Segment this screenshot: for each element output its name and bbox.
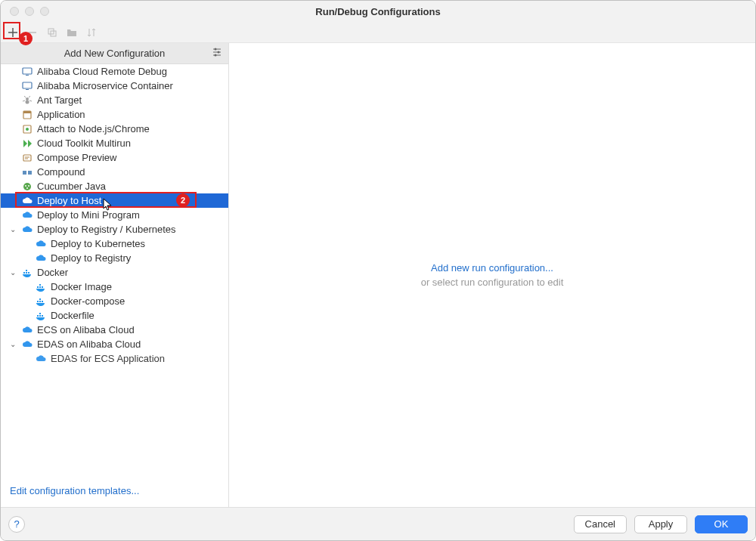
screen-icon xyxy=(22,81,33,91)
cancel-button[interactable]: Cancel xyxy=(574,515,627,533)
config-item-deploy-to-registry-kubernetes[interactable]: ⌄Deploy to Registry / Kubernetes xyxy=(1,222,228,236)
svg-rect-12 xyxy=(23,111,31,113)
config-item-docker-image[interactable]: Docker Image xyxy=(1,280,228,294)
settings-icon[interactable] xyxy=(212,47,222,60)
ok-button[interactable]: OK xyxy=(695,515,748,533)
svg-rect-32 xyxy=(42,301,43,302)
cloud-icon xyxy=(36,239,46,249)
apply-button[interactable]: Apply xyxy=(634,515,687,533)
svg-rect-34 xyxy=(37,315,39,317)
cloud-icon xyxy=(22,210,33,221)
sidebar: Add New Configuration Alibaba Cloud Remo… xyxy=(1,43,229,507)
config-item-attach-to-node-js-chrome[interactable]: Attach to Node.js/Chrome xyxy=(1,122,228,136)
config-item-deploy-to-mini-program[interactable]: Deploy to Mini Program xyxy=(1,208,228,222)
config-item-label: Attach to Node.js/Chrome xyxy=(37,123,150,134)
config-item-compound[interactable]: Compound xyxy=(1,165,228,179)
svg-rect-29 xyxy=(39,284,41,286)
screen-icon xyxy=(22,66,33,77)
docker-icon xyxy=(36,282,46,292)
sort-button[interactable] xyxy=(84,25,99,40)
config-item-ant-target[interactable]: Ant Target xyxy=(1,93,228,107)
config-item-alibaba-cloud-remote-debug[interactable]: Alibaba Cloud Remote Debug xyxy=(1,64,228,79)
expand-arrow-icon[interactable]: ⌄ xyxy=(10,340,16,348)
svg-point-14 xyxy=(26,128,29,131)
svg-rect-6 xyxy=(26,75,29,76)
config-item-label: Cucumber Java xyxy=(37,181,106,192)
svg-rect-28 xyxy=(42,286,43,288)
config-item-compose-preview[interactable]: Compose Preview xyxy=(1,150,228,165)
cloud-icon xyxy=(22,196,33,206)
svg-point-19 xyxy=(25,185,26,187)
config-item-application[interactable]: Application xyxy=(1,107,228,122)
svg-rect-8 xyxy=(26,89,29,90)
copy-configuration-button[interactable] xyxy=(45,25,60,40)
svg-rect-36 xyxy=(42,315,43,317)
config-item-docker[interactable]: ⌄Docker xyxy=(1,265,228,280)
config-item-label: Compose Preview xyxy=(37,152,117,163)
config-item-label: Dockerfile xyxy=(51,310,94,321)
svg-rect-16 xyxy=(23,171,26,175)
svg-point-18 xyxy=(23,183,31,190)
config-item-label: ECS on Alibaba Cloud xyxy=(37,324,135,335)
configuration-tree[interactable]: Alibaba Cloud Remote DebugAlibaba Micros… xyxy=(1,64,228,507)
config-item-label: Deploy to Registry xyxy=(51,252,131,264)
svg-point-9 xyxy=(26,97,29,100)
attach-icon xyxy=(22,124,33,134)
window-title: Run/Debug Configurations xyxy=(1,6,755,17)
titlebar: Run/Debug Configurations xyxy=(1,1,755,22)
folder-button[interactable] xyxy=(64,25,79,40)
cloud-icon xyxy=(22,224,33,235)
expand-arrow-icon[interactable]: ⌄ xyxy=(10,268,16,277)
config-item-label: Cloud Toolkit Multirun xyxy=(37,138,131,149)
svg-rect-30 xyxy=(37,301,39,302)
svg-rect-7 xyxy=(23,82,32,88)
svg-point-21 xyxy=(26,187,28,189)
main-area: Add New Configuration Alibaba Cloud Remo… xyxy=(1,43,755,507)
config-item-ecs-on-alibaba-cloud[interactable]: ECS on Alibaba Cloud xyxy=(1,323,228,337)
config-item-deploy-to-kubernetes[interactable]: Deploy to Kubernetes xyxy=(1,236,228,251)
config-item-label: Ant Target xyxy=(37,94,82,106)
config-item-edas-on-alibaba-cloud[interactable]: ⌄EDAS on Alibaba Cloud xyxy=(1,337,228,351)
ant-icon xyxy=(22,95,33,106)
run-icon xyxy=(22,138,33,149)
config-item-label: Docker Image xyxy=(51,281,112,292)
expand-arrow-icon[interactable]: ⌄ xyxy=(10,225,16,233)
cucumber-icon xyxy=(22,181,33,192)
svg-rect-26 xyxy=(37,286,39,288)
cloud-icon xyxy=(36,253,46,264)
config-item-label: Docker-compose xyxy=(51,295,125,307)
add-configuration-button[interactable] xyxy=(5,25,20,40)
add-new-run-configuration-link[interactable]: Add new run configuration... xyxy=(431,262,553,274)
remove-configuration-button[interactable] xyxy=(25,25,40,40)
config-item-label: Compound xyxy=(37,166,85,178)
add-new-configuration-header: Add New Configuration xyxy=(1,43,228,64)
config-item-cucumber-java[interactable]: Cucumber Java xyxy=(1,179,228,193)
cloud-icon xyxy=(22,325,33,335)
run-debug-configurations-window: Run/Debug Configurations 1 Add New Confi… xyxy=(0,0,756,541)
app-icon xyxy=(22,110,33,120)
svg-point-4 xyxy=(215,54,217,57)
config-item-label: Deploy to Kubernetes xyxy=(51,238,145,249)
config-item-edas-for-ecs-application[interactable]: EDAS for ECS Application xyxy=(1,351,228,366)
svg-rect-24 xyxy=(28,272,29,274)
svg-point-10 xyxy=(26,100,29,104)
svg-rect-22 xyxy=(23,272,25,274)
config-item-cloud-toolkit-multirun[interactable]: Cloud Toolkit Multirun xyxy=(1,136,228,150)
config-item-docker-compose[interactable]: Docker-compose xyxy=(1,294,228,308)
config-item-deploy-to-host[interactable]: Deploy to Host xyxy=(1,193,228,208)
config-item-label: Deploy to Registry / Kubernetes xyxy=(37,224,176,235)
config-item-deploy-to-registry[interactable]: Deploy to Registry xyxy=(1,251,228,265)
config-item-dockerfile[interactable]: Dockerfile xyxy=(1,308,228,323)
docker-icon xyxy=(36,311,46,321)
svg-rect-35 xyxy=(39,315,41,317)
svg-point-2 xyxy=(215,48,217,51)
svg-rect-5 xyxy=(23,68,32,74)
svg-rect-23 xyxy=(26,272,27,274)
help-button[interactable]: ? xyxy=(8,516,25,533)
compound-icon xyxy=(22,167,33,178)
cloud-icon xyxy=(36,354,46,364)
docker-icon xyxy=(36,296,46,307)
config-item-alibaba-microservice-container[interactable]: Alibaba Microservice Container xyxy=(1,79,228,93)
dropdown-title: Add New Configuration xyxy=(64,48,166,59)
edit-configuration-templates-link[interactable]: Edit configuration templates... xyxy=(10,485,139,496)
